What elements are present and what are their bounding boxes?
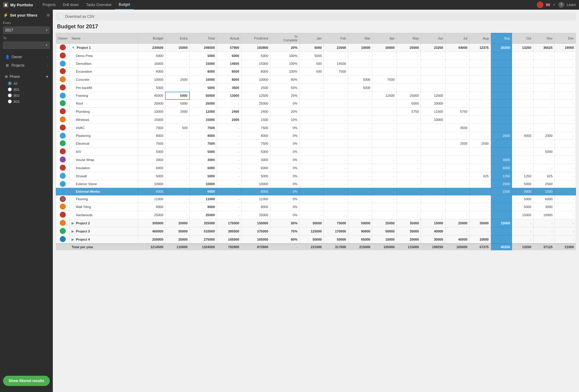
toolbar: 📄 Download as CSV xyxy=(56,13,576,21)
th-predicted: Predicted xyxy=(241,33,270,44)
table-row[interactable]: Concrete1000025001000080001000080%--5000… xyxy=(56,76,576,84)
table-row[interactable]: 🌐Exterior Stone10000-10000-100000%------… xyxy=(56,180,576,188)
app-title: 📋 My Portfolio xyxy=(3,2,33,8)
expand-btn[interactable]: ▶ xyxy=(72,238,74,241)
th-total: Total xyxy=(189,33,217,44)
project-row[interactable]: ▼ Project 123450015000249500579001839002… xyxy=(56,44,576,52)
download-csv-button[interactable]: 📄 Download as CSV xyxy=(59,14,94,19)
table-row[interactable]: Pre backfill5000-50003500250050%--5000--… xyxy=(56,84,576,92)
csv-icon: 📄 xyxy=(59,14,63,19)
sidebar-item-projects[interactable]: ⊞ Projects › xyxy=(3,62,50,69)
project-row[interactable]: ▶ Project 425000025000275000165000165000… xyxy=(56,236,576,244)
table-row[interactable]: HVAC70005007500-75000%------3500----- xyxy=(56,124,576,132)
sidebar-header: ⚡ Set your filters ⊞ xyxy=(3,13,50,17)
table-row[interactable]: 🌐External Works6000-6000-60000%--------1… xyxy=(56,188,576,195)
nav-budget[interactable]: Budget xyxy=(115,0,134,10)
th-nov: Nov xyxy=(533,33,555,44)
th-actual: Actual xyxy=(217,33,241,44)
table-row[interactable]: Demo Prep5000-500060005000100%5000------… xyxy=(56,52,576,60)
phase-option-b01[interactable]: B01 xyxy=(6,87,50,92)
th-oct: Oct xyxy=(512,33,533,44)
from-select[interactable]: 2017 2018 2019 xyxy=(3,27,50,34)
phase-option-all[interactable]: All xyxy=(6,81,50,86)
table-row[interactable]: 🌐Demolition15000-150001450015000100%5001… xyxy=(56,60,576,68)
to-filter: To 2017 2018 xyxy=(3,36,50,49)
nav-drilldown[interactable]: Drill down xyxy=(59,0,82,10)
from-label: From xyxy=(3,21,50,25)
th-owner: Owner xyxy=(56,33,70,44)
to-select-wrapper: 2017 2018 xyxy=(3,42,50,49)
table-row[interactable]: Drywall5000-5000-50000%-------6251250125… xyxy=(56,172,576,180)
table-header-row: Owner Name Budget Extra Total Actual Pre… xyxy=(56,33,576,44)
th-apr: Apr xyxy=(372,33,396,44)
phase-chevron: ▾ xyxy=(46,74,48,79)
nav-projects[interactable]: Projects xyxy=(39,0,59,10)
total-row: Total per year12145001100001324500782900… xyxy=(56,244,576,250)
th-budget: Budget xyxy=(138,33,165,44)
table-row[interactable]: Insulation6000-6000-60000%--------6000--… xyxy=(56,164,576,172)
content-area: 📄 Download as CSV Budget for 2017 Owner … xyxy=(53,10,579,392)
budget-title: Budget for 2017 xyxy=(56,24,576,30)
table-row[interactable]: 🌐Plastering8000-8000-80000%--------20004… xyxy=(56,132,576,140)
th-jan: Jan xyxy=(300,33,324,44)
th-aug: Aug xyxy=(469,33,491,44)
sidebar-title: ⚡ Set your filters xyxy=(3,13,37,17)
th-extra: Extra xyxy=(165,33,189,44)
to-select[interactable]: 2017 2018 xyxy=(3,42,50,49)
nav-tabs: Projects Drill down Tasks Overview Budge… xyxy=(39,0,134,10)
app-icon: 📋 xyxy=(3,2,8,8)
nav-tasks[interactable]: Tasks Overview xyxy=(82,0,115,10)
learn-button[interactable]: Learn xyxy=(567,3,576,7)
owner-chevron: › xyxy=(47,55,48,59)
table-row[interactable]: 🌐Flooring11000-11000-110000%---------500… xyxy=(56,195,576,203)
expand-btn[interactable]: ▼ xyxy=(72,46,75,49)
sidebar: ⚡ Set your filters ⊞ From 2017 2018 2019… xyxy=(0,10,53,392)
th-sep: Sep xyxy=(491,33,512,44)
main-layout: ⚡ Set your filters ⊞ From 2017 2018 2019… xyxy=(0,10,579,392)
check-icon: ✔ xyxy=(553,3,556,7)
user-avatar xyxy=(537,2,543,8)
from-select-wrapper: 2017 2018 2019 xyxy=(3,27,50,34)
sidebar-item-owner[interactable]: 👤 Owner › xyxy=(3,53,50,61)
table-row[interactable]: Plumbing100002000120002400240020%----575… xyxy=(56,108,576,116)
phase-option-b02[interactable]: B02 xyxy=(6,93,50,98)
th-jul: Jul xyxy=(445,33,469,44)
table-row[interactable]: Roof20000500025000-250000%----500020000-… xyxy=(56,100,576,108)
flag-icon: 🇬🇧 xyxy=(546,3,550,7)
projects-chevron: › xyxy=(47,64,48,67)
phase-option-b03[interactable]: B03 xyxy=(6,99,50,104)
table-row[interactable]: Electrical7500-7500-75000%------25002500… xyxy=(56,140,576,148)
budget-table: Owner Name Budget Extra Total Actual Pre… xyxy=(56,33,576,250)
table-row[interactable]: House Wrap3000-3000-30000%--------3000--… xyxy=(56,156,576,164)
th-feb: Feb xyxy=(324,33,348,44)
table-row[interactable]: A/V5000-5000-50000%----------5000- xyxy=(56,148,576,156)
from-filter: From 2017 2018 2019 xyxy=(3,21,50,34)
th-mar: Mar xyxy=(348,33,372,44)
top-bar: 📋 My Portfolio Projects Drill down Tasks… xyxy=(0,0,579,10)
budget-table-wrapper: Owner Name Budget Extra Total Actual Pre… xyxy=(56,33,576,250)
table-row[interactable]: 🌐Framing45000500050000130001250025%---12… xyxy=(56,92,576,100)
phase-section: ⊕ Phase ▾ All B01 B02 B03 xyxy=(3,73,50,104)
layout-icon[interactable]: ⊞ xyxy=(47,13,50,17)
phase-options: All B01 B02 B03 xyxy=(3,81,50,104)
project-row[interactable]: ▶ Project 230500020000325000175000150000… xyxy=(56,219,576,227)
help-icon[interactable]: ? xyxy=(558,2,564,8)
projects-icon: ⊞ xyxy=(5,63,10,68)
table-row[interactable]: Excavation8000-800085008000100%5007500--… xyxy=(56,68,576,76)
th-complete: %Complete xyxy=(270,33,299,44)
table-row[interactable]: Windows15000-150002000150010%-----10000-… xyxy=(56,116,576,124)
expand-btn[interactable]: ▶ xyxy=(72,229,74,233)
table-row[interactable]: Hardwoods25000-25000-250000%---------150… xyxy=(56,211,576,219)
table-row[interactable]: Wall Tiling8000-8000-80000%---------5000… xyxy=(56,203,576,211)
show-results-button[interactable]: Show filtered results xyxy=(3,376,50,386)
owner-icon: 👤 xyxy=(5,55,10,59)
project-row[interactable]: ▶ Project 346000050000510000385000375000… xyxy=(56,227,576,236)
filter-icon: ⚡ xyxy=(3,13,8,17)
phase-icon: ⊕ xyxy=(5,74,8,79)
th-may: May xyxy=(396,33,421,44)
th-name: Name xyxy=(70,33,138,44)
top-right: 🇬🇧 ✔ ? Learn xyxy=(537,2,576,8)
phase-header[interactable]: ⊕ Phase ▾ xyxy=(3,73,50,80)
expand-btn[interactable]: ▶ xyxy=(72,221,74,225)
th-jun: Jun xyxy=(421,33,445,44)
